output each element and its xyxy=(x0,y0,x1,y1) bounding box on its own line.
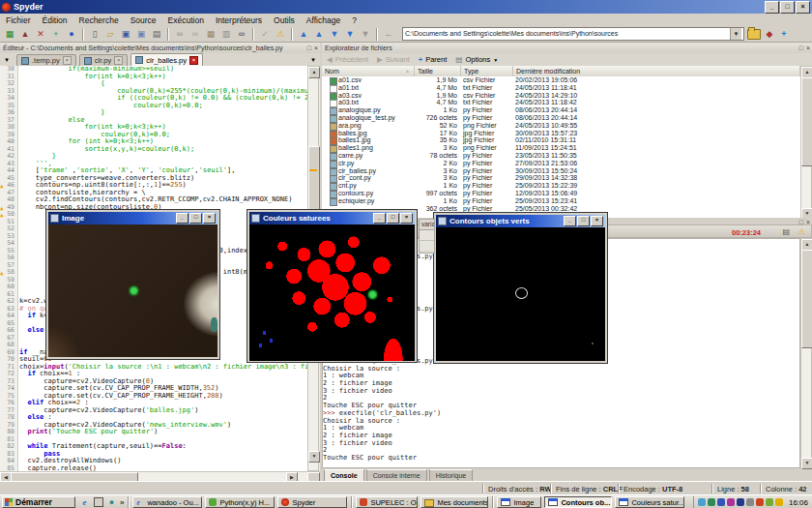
step-up-icon[interactable]: ▲ xyxy=(297,28,310,41)
menu-item-outils[interactable]: Outils xyxy=(268,15,301,25)
minimize-icon[interactable]: _ xyxy=(765,1,779,14)
task-button-mes-documents[interactable]: Mes documents xyxy=(420,496,488,508)
tray-icon[interactable] xyxy=(756,498,764,506)
close-panel-icon[interactable]: × xyxy=(314,44,318,52)
title-bar[interactable]: Spyder _ □ × xyxy=(0,0,812,14)
console-scroll-thumb[interactable] xyxy=(801,250,812,348)
close-icon[interactable]: × xyxy=(591,216,603,226)
file-row[interactable]: balles.jpg17 Kojpg Fichier30/09/2013 15:… xyxy=(322,130,800,137)
scroll-down-icon[interactable]: ▼ xyxy=(801,458,812,469)
task-button-image[interactable]: Image xyxy=(497,496,541,508)
close-icon[interactable]: × xyxy=(400,213,413,224)
run-icon[interactable]: ✓ xyxy=(258,28,272,41)
file-row[interactable]: a03.csv1,9 Mocsv Fichier24/05/2013 14:29… xyxy=(322,92,800,100)
search-dark-icon[interactable]: ∞ xyxy=(235,28,248,41)
explorer-scroll-thumb[interactable] xyxy=(801,77,812,166)
show-desktop-icon[interactable] xyxy=(93,497,103,508)
save-icon[interactable]: ▣ xyxy=(119,28,132,41)
console-scrollbar[interactable]: ▲ ▼ xyxy=(800,238,812,468)
tools-icon[interactable]: ✕ xyxy=(34,28,47,41)
chevron-down-icon[interactable]: ▼ xyxy=(730,28,741,40)
forward-button[interactable]: ▶Suivant xyxy=(377,55,410,64)
minimize-icon[interactable]: _ xyxy=(176,213,188,224)
print-icon[interactable]: ▤ xyxy=(150,28,163,41)
menu-item-?[interactable]: ? xyxy=(346,15,362,25)
tray-icon[interactable] xyxy=(746,498,754,506)
file-row[interactable]: clr.py2 Kopy Fichier27/09/2013 21:53:06 xyxy=(322,160,800,167)
step-up2-icon[interactable]: ▲ xyxy=(312,28,326,41)
task-button-couleurs-satur-[interactable]: Couleurs satur... xyxy=(615,496,684,508)
saturated-colors-window[interactable]: Couleurs saturees _ □ × xyxy=(246,209,418,363)
close-icon[interactable]: × xyxy=(203,213,216,224)
set-console-directory-icon[interactable]: ◆ xyxy=(765,28,774,41)
menu-item-fichier[interactable]: Fichier xyxy=(0,15,37,25)
parent-directory-icon[interactable]: + xyxy=(779,28,789,41)
working-directory-combobox[interactable]: C:\Documents and Settings\colette\Mes do… xyxy=(402,27,744,41)
green-contours-titlebar[interactable]: Contours objets verts _ □ × xyxy=(436,215,605,227)
step-down-icon[interactable]: ▼ xyxy=(328,28,341,41)
file-row[interactable]: carre.py78 octetspy Fichier23/05/2013 11… xyxy=(322,152,800,160)
back-button[interactable]: ◀Précédent xyxy=(327,55,368,64)
task-button-spyder[interactable]: Spyder xyxy=(277,496,347,508)
step-down2-icon[interactable]: ▼ xyxy=(343,28,357,41)
task-button-contours-ob-[interactable]: Contours ob... xyxy=(544,496,612,508)
maximize-icon[interactable]: □ xyxy=(189,213,202,224)
maximize-icon[interactable]: □ xyxy=(387,213,399,224)
back-arrow-icon[interactable]: ← xyxy=(382,28,395,41)
interpreter-options-icon[interactable]: ● xyxy=(65,28,78,41)
file-row[interactable]: cnt.py1 Kopy Fichier25/09/2013 15:22:39 xyxy=(322,182,800,190)
explorer-scrollbar[interactable]: ▲ ▼ xyxy=(800,66,812,218)
file-row[interactable]: contours.py997 octetspy Fichier12/09/201… xyxy=(322,190,800,197)
scroll-down-icon[interactable]: ▼ xyxy=(308,451,320,463)
file-row[interactable]: ara.png52 Kopng Fichier24/05/2013 10:49:… xyxy=(322,122,800,130)
file-row[interactable]: clr_cont.py3 Kopy Fichier29/09/2013 14:3… xyxy=(322,174,800,182)
menu-item-recherche[interactable]: Recherche xyxy=(73,15,125,25)
tray-icon[interactable] xyxy=(698,498,706,506)
python-icon[interactable]: + xyxy=(49,28,63,41)
tab-options-icon[interactable]: ▾ xyxy=(307,53,319,66)
file-row[interactable]: analogique.py1 Kopy Fichier08/06/2013 20… xyxy=(322,106,800,114)
tab-.temp.py[interactable]: .temp.py× xyxy=(16,54,76,66)
media-player-icon[interactable]: ● xyxy=(106,497,117,508)
menu-item-interpréteurs[interactable]: Interpréteurs xyxy=(210,15,268,25)
task-button-supelec-op-[interactable]: SUPELEC : Op... xyxy=(356,496,418,508)
menu-item-source[interactable]: Source xyxy=(125,15,162,25)
view-icon[interactable]: ▲ xyxy=(18,28,32,41)
image-window-titlebar[interactable]: Image _ □ × xyxy=(48,212,218,224)
task-button-wanadoo-ou-[interactable]: ewanadoo - Ou... xyxy=(132,496,202,508)
restore-icon[interactable]: □ xyxy=(780,1,795,14)
overflow-chevron-icon[interactable]: » xyxy=(120,498,124,507)
file-row[interactable]: echiquier.py1 Kopy Fichier25/09/2013 15:… xyxy=(322,197,800,205)
parent-button[interactable]: +Parent xyxy=(419,55,448,64)
find-next-icon[interactable]: ∞ xyxy=(188,28,202,41)
file-row[interactable]: a01.csv1,9 Mocsv Fichier20/02/2013 19:05… xyxy=(322,76,800,84)
close-tab-icon[interactable]: × xyxy=(114,56,123,65)
minimize-icon[interactable]: _ xyxy=(373,213,386,224)
task-button-python-x-y-h-[interactable]: Python(x,y) H... xyxy=(205,496,275,508)
tab-clr_balles.py[interactable]: clr_balles.py× xyxy=(130,53,203,66)
menu-item-affichage[interactable]: Affichage xyxy=(301,15,346,25)
tray-icon[interactable] xyxy=(766,498,773,506)
saturated-colors-titlebar[interactable]: Couleurs saturees _ □ × xyxy=(249,212,415,224)
close-panel-icon[interactable]: × xyxy=(806,44,810,52)
browse-directory-icon[interactable] xyxy=(747,29,761,40)
clock[interactable]: 16:06 xyxy=(789,498,808,507)
tray-icon[interactable] xyxy=(727,498,735,506)
green-contours-window[interactable]: Contours objets verts _ □ × xyxy=(433,212,608,364)
replace-icon[interactable]: ▦ xyxy=(204,28,218,41)
new-file-icon[interactable]: ▯ xyxy=(88,28,102,41)
minimize-icon[interactable]: _ xyxy=(564,216,576,226)
file-row[interactable]: clr_balles.py3 Kopy Fichier30/09/2013 15… xyxy=(322,167,800,175)
start-button[interactable]: Démarrer xyxy=(2,496,75,508)
tray-icon[interactable] xyxy=(708,498,715,506)
menu-item-édition[interactable]: Édition xyxy=(37,15,73,25)
close-icon[interactable]: × xyxy=(796,1,810,14)
undock-icon[interactable]: □ xyxy=(307,44,311,52)
console-options-icon[interactable]: ▤ xyxy=(782,227,790,236)
step-gray-icon[interactable]: ▼ xyxy=(359,28,372,41)
open-file-icon[interactable]: ▱ xyxy=(103,28,117,41)
menu-item-exécution[interactable]: Exécution xyxy=(162,15,210,25)
file-row[interactable]: analogique_test.py726 octetspy Fichier08… xyxy=(322,114,800,122)
tray-icon[interactable] xyxy=(737,498,744,506)
tray-icon[interactable] xyxy=(717,498,725,506)
